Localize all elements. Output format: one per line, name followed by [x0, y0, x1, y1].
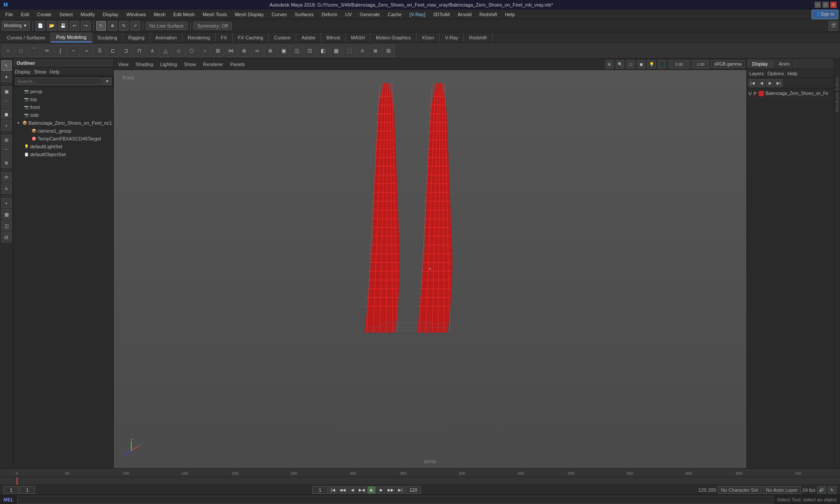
shelf-icon-tool18[interactable]: ▦ [330, 45, 342, 57]
paint-tool[interactable]: ✦ [1, 72, 12, 82]
layer-p-toggle[interactable]: P [753, 91, 756, 96]
vp-fit-btn[interactable]: ⊞ [605, 60, 614, 69]
play-back-btn[interactable]: ▶◀ [357, 486, 366, 494]
display-tab[interactable]: Display [747, 60, 774, 68]
go-to-end-btn[interactable]: ▶| [396, 486, 405, 494]
menu-redshift[interactable]: Redshift [476, 11, 500, 18]
shelf-icon-tool10[interactable]: ⋈ [225, 45, 237, 57]
outliner-menu-help[interactable]: Help [50, 69, 60, 74]
channel-btn[interactable]: ≡ [1, 183, 12, 194]
snap-curve[interactable]: ⌒ [1, 146, 12, 157]
outliner-item-camera-group[interactable]: 📦 camera1_group [13, 127, 113, 135]
layout-btn4[interactable]: ⊟ [1, 232, 12, 242]
vp-menu-panels[interactable]: Panels [228, 61, 248, 68]
outliner-item-side[interactable]: 📷 side [13, 111, 113, 119]
menu-deform[interactable]: Deform [318, 11, 341, 18]
snap-grid[interactable]: ⊞ [1, 135, 12, 145]
menu-create[interactable]: Create [34, 11, 55, 18]
render-btn[interactable]: 🎬 [829, 21, 838, 31]
minimize-button[interactable]: ─ [815, 2, 821, 8]
outliner-menu-show[interactable]: Show [34, 69, 46, 74]
shelf-tab-redshift[interactable]: Redshift [464, 32, 492, 42]
shelf-icon-tool16[interactable]: ⊡ [304, 45, 316, 57]
menu-mesh-tools[interactable]: Mesh Tools [199, 11, 230, 18]
shelf-icon-square[interactable]: □ [15, 45, 27, 57]
layout-btn1[interactable]: ▪ [1, 198, 12, 208]
select-tool-btn[interactable]: ↖ [96, 21, 106, 31]
command-input[interactable] [17, 496, 774, 504]
no-character-set[interactable]: No Character Set [718, 486, 761, 494]
shelf-icon-tool4[interactable]: ∧ [146, 45, 158, 57]
shelf-icon-tool7[interactable]: ⬡ [186, 45, 198, 57]
shelf-tab-motion-graphics[interactable]: Motion Graphics [371, 32, 416, 42]
layer-item[interactable]: V P Balenciaga_Zero_Shoes_on_Fe [747, 89, 834, 98]
shelf-tab-bifrost[interactable]: Bifrost [321, 32, 346, 42]
menu-arnold[interactable]: Arnold [454, 11, 475, 18]
open-scene-btn[interactable]: 📂 [47, 21, 56, 31]
shelf-tab-fx-caching[interactable]: FX Caching [233, 32, 269, 42]
shelf-tab-vray[interactable]: V-Ray [440, 32, 464, 42]
menu-mesh-display[interactable]: Mesh Display [231, 11, 267, 18]
shelf-tab-xgen[interactable]: XGen [416, 32, 440, 42]
shelf-tab-animation[interactable]: Animation [150, 32, 182, 42]
menu-modify[interactable]: Modify [77, 11, 98, 18]
outliner-item-default-light-set[interactable]: 💡 defaultLightSet [13, 143, 113, 150]
menu-uv[interactable]: UV [342, 11, 355, 18]
shelf-icon-tool19[interactable]: ⬚ [343, 45, 355, 57]
no-live-surface-button[interactable]: No Live Surface [146, 22, 188, 30]
shelf-tab-rendering[interactable]: Rendering [182, 32, 216, 42]
shelf-icon-tool1[interactable]: ⊏ [107, 45, 119, 57]
sign-in-button[interactable]: 👤 Sign In [812, 10, 838, 19]
shelf-tab-custom[interactable]: Custom [269, 32, 296, 42]
close-button[interactable]: ✕ [830, 2, 836, 8]
menu-file[interactable]: File [2, 11, 17, 18]
play-fwd-btn[interactable]: ▶ [367, 486, 376, 494]
outliner-item-persp[interactable]: 📷 persp [13, 88, 113, 95]
shelf-icon-tool12[interactable]: ∞ [251, 45, 263, 57]
shelf-icon-tool20[interactable]: ≡ [356, 45, 368, 57]
shelf-icon-tool15[interactable]: ◫ [290, 45, 303, 57]
shelf-tab-curves-surfaces[interactable]: Curves / Surfaces [2, 32, 51, 42]
shelf-icon-arc[interactable]: ∫ [54, 45, 66, 57]
save-scene-btn[interactable]: 💾 [58, 21, 68, 31]
layer-last-btn[interactable]: ▶| [775, 79, 783, 87]
anim-tab[interactable]: Anim [774, 60, 795, 68]
shelf-icon-tool21[interactable]: ≣ [369, 45, 382, 57]
shelf-icon-wave[interactable]: ≈ [80, 45, 93, 57]
layout-btn2[interactable]: ▦ [1, 209, 12, 220]
menu-select[interactable]: Select [56, 11, 77, 18]
shelf-icon-curve1[interactable]: ⌒ [28, 45, 40, 57]
shelf-tab-fx[interactable]: FX [216, 32, 233, 42]
outliner-item-top[interactable]: 📷 top [13, 95, 113, 103]
vp-light-btn[interactable]: 💡 [647, 60, 656, 69]
start-frame-input[interactable] [4, 486, 19, 494]
edge-mode[interactable]: ⌒ [1, 98, 12, 108]
shelf-icon-tool11[interactable]: ⊕ [238, 45, 250, 57]
menu-display[interactable]: Display [99, 11, 122, 18]
shelf-tab-mash[interactable]: MASH [346, 32, 371, 42]
new-scene-btn[interactable]: 📄 [35, 21, 45, 31]
layer-back-btn[interactable]: ◀ [757, 79, 765, 87]
audio-btn[interactable]: 🔊 [817, 486, 826, 494]
shelf-icon-circle[interactable]: ○ [2, 45, 14, 57]
prev-frame-btn[interactable]: ◀ [348, 486, 357, 494]
menu-cache[interactable]: Cache [384, 11, 405, 18]
menu-windows[interactable]: Windows [123, 11, 150, 18]
shelf-icon-tool6[interactable]: ◇ [172, 45, 185, 57]
outliner-item-balenciaga[interactable]: ▼ 📦 Balenciaga_Zero_Shoes_on_Feet_nc1 [13, 119, 113, 127]
menu-help[interactable]: Help [501, 11, 518, 18]
go-to-start-btn[interactable]: |◀ [329, 486, 337, 494]
menu-edit[interactable]: Edit [18, 11, 33, 18]
rotate-tool-btn[interactable]: ↻ [119, 21, 129, 31]
maximize-button[interactable]: □ [822, 2, 829, 8]
shelf-icon-tool2[interactable]: ⊐ [120, 45, 132, 57]
menu-surfaces[interactable]: Surfaces [291, 11, 317, 18]
current-frame-input[interactable] [20, 486, 35, 494]
no-anim-layer[interactable]: No Anim Layer [763, 486, 801, 494]
shelf-icon-tool17[interactable]: ◧ [317, 45, 329, 57]
shelf-icon-tool13[interactable]: ⊗ [264, 45, 276, 57]
shelf-icon-tool5[interactable]: △ [159, 45, 172, 57]
component-mode[interactable]: ▣ [1, 86, 12, 97]
outliner-item-default-object-set[interactable]: 📋 defaultObjectSet [13, 150, 113, 158]
menu-3dtoall[interactable]: 3DToAll [430, 11, 453, 18]
